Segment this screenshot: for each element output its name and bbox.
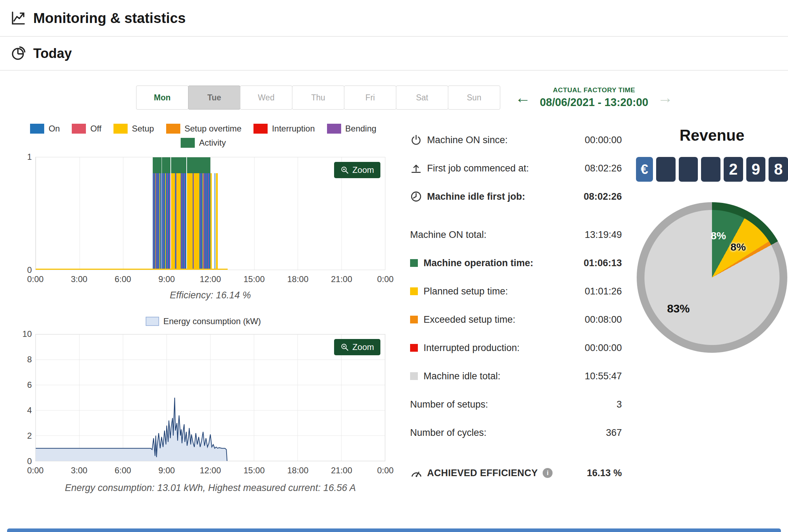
tab-thu[interactable]: Thu [292,86,344,110]
revenue-column: Revenue € 2 9 8 8% 8% 83% [636,124,788,493]
factory-time: ← ACTUAL FACTORY TIME 08/06/2021 - 13:20… [515,86,673,109]
y-tick-label: 1 [19,152,32,162]
y-tick-label: 10 [19,329,32,339]
x-tick-label: 21:00 [331,274,352,284]
app-header: Monitoring & statistics [0,0,788,37]
stat-label: First job commenced at: [427,163,529,174]
tab-sun[interactable]: Sun [448,86,500,110]
stat-value: 01:06:13 [584,258,622,269]
stat-machine-idle-total: Machine idle total: 10:55:47 [410,366,622,386]
section-title: Today [33,46,72,61]
activity-segment [169,173,170,270]
zoom-button-label: Zoom [352,165,374,175]
legend-item-setup-overtime: Setup overtime [166,124,241,134]
exceeded-setup-swatch [410,316,418,323]
x-tick-label: 6:00 [115,274,131,284]
y-tick-label: 0 [19,456,32,466]
efficiency-caption: Efficiency: 16.14 % [35,290,385,301]
stat-value: 13:19:49 [585,229,622,240]
stat-label: ACHIEVED EFFICIENCY [427,468,538,479]
time-distribution-pie: 8% 8% 83% [637,202,787,353]
revenue-digit-box: 8 [769,157,788,182]
legend-item-on: On [30,124,60,134]
section-header: Today [0,37,788,71]
interrupted-swatch [410,344,418,352]
stat-exceeded-setup-time: Exceeded setup time: 00:08:00 [410,310,622,329]
x-tick-label: 15:00 [244,466,265,475]
y-tick-label: 2 [19,431,32,441]
stat-value: 01:01:26 [585,286,622,297]
line-chart-icon [11,10,26,26]
prev-day-arrow-icon[interactable]: ← [515,90,531,105]
revenue-digit-box [679,157,698,182]
y-tick-label: 0 [19,265,32,275]
stat-machine-on-since: Machine ON since: 00:00:00 [410,130,622,150]
stat-planned-setup-time: Planned setup time: 01:01:26 [410,281,622,301]
x-tick-label: 3:00 [71,274,87,284]
pie-chart-icon [11,46,26,61]
revenue-title: Revenue [636,127,788,144]
planned-setup-swatch [410,287,418,295]
stat-value: 367 [606,427,622,438]
currency-box: € [636,157,653,182]
tab-sat[interactable]: Sat [396,86,448,110]
activity-zoom-button[interactable]: Zoom [334,162,380,178]
x-tick-label: 15:00 [244,274,265,284]
energy-chart: 0246810 Zoom 0:003:006:009:0012:0015:001… [35,334,385,461]
energy-zoom-button[interactable]: Zoom [334,339,380,355]
activity-segment [215,173,215,270]
stat-label: Exceeded setup time: [424,314,515,325]
gridline [123,157,123,270]
energy-plot-area [35,334,385,461]
tab-mon[interactable]: Mon [136,86,188,110]
x-tick-label: 9:00 [158,466,175,475]
legend-item-energy: Energy consumption (kW) [146,316,261,326]
stat-label: Number of cycles: [410,427,486,438]
zoom-button-label: Zoom [352,342,374,352]
charts-column: On Off Setup Setup overtime Interruption… [21,124,385,493]
info-icon[interactable]: i [543,468,553,478]
activity-cap-segment [185,157,187,173]
magnifier-plus-icon [340,166,349,174]
pie-label-operation: 8% [711,230,726,242]
next-section-edge[interactable] [7,528,781,532]
activity-segment [171,173,175,270]
stat-number-of-setups: Number of setups: 3 [410,394,622,414]
pie-label-idle: 83% [667,302,690,315]
power-icon [410,134,422,146]
idle-total-swatch [410,372,418,380]
x-tick-label: 12:00 [200,466,221,475]
activity-chart: 01 Zoom 0:003:006:009:0012:0015:0018:002… [35,157,385,270]
magnifier-plus-icon [340,343,349,351]
page-title: Monitoring & statistics [33,10,186,26]
x-tick-label: 18:00 [287,466,308,475]
stat-value: 08:02:26 [584,191,622,202]
activity-x-axis: 0:003:006:009:0012:0015:0018:0021:000:00 [35,270,385,284]
energy-series [36,334,385,461]
legend-item-activity: Activity [181,138,226,148]
factory-time-value: 08/06/2021 - 13:20:00 [540,96,648,109]
tab-tue[interactable]: Tue [188,86,240,110]
gauge-icon [410,467,423,479]
x-tick-label: 6:00 [115,466,131,475]
tab-wed[interactable]: Wed [240,86,292,110]
operation-time-swatch [410,259,418,267]
energy-x-axis: 0:003:006:009:0012:0015:0018:0021:000:00 [35,461,385,475]
pie-label-setup: 8% [730,241,746,253]
x-tick-label: 0:00 [27,466,44,475]
stat-label: Planned setup time: [424,286,508,297]
setup-baseline [36,269,228,270]
legend-item-bending: Bending [327,124,377,134]
tab-fri[interactable]: Fri [344,86,396,110]
stat-interrupted-production: Interrupted production: 00:00:00 [410,338,622,358]
legend-item-interruption: Interruption [253,124,315,134]
main-content: On Off Setup Setup overtime Interruption… [0,124,788,493]
next-day-arrow-icon[interactable]: → [658,90,673,105]
legend-label: Bending [345,124,377,134]
revenue-digit-box: 2 [724,157,743,182]
stat-achieved-efficiency: ACHIEVED EFFICIENCY i 16.13 % [410,463,622,483]
monitoring-page: Monitoring & statistics Today Mon Tue We… [0,0,788,532]
activity-segment [176,173,181,270]
stat-label: Machine operation time: [424,258,533,269]
gridline [298,157,298,270]
